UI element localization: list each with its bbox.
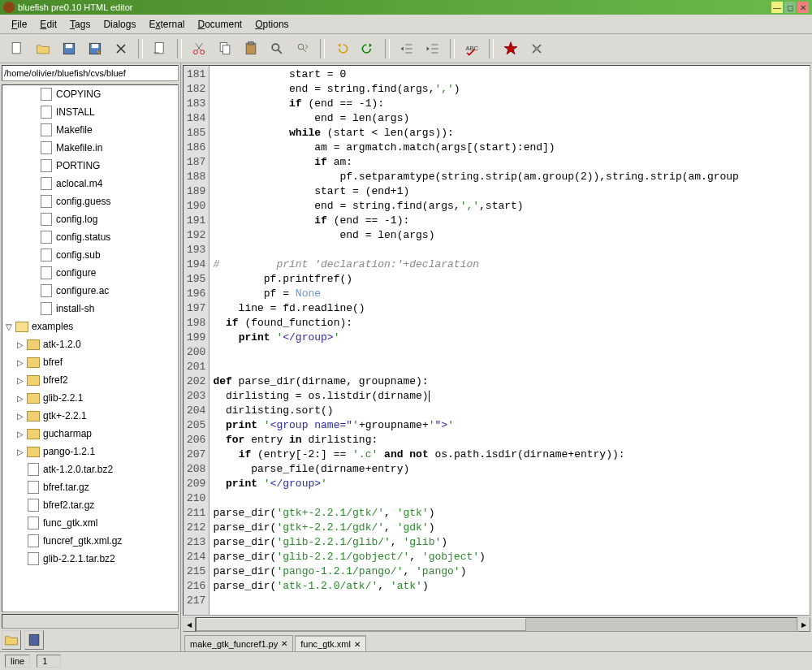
- sidebar-tab-files-button[interactable]: [2, 630, 21, 650]
- path-input[interactable]: [2, 65, 179, 81]
- save-button[interactable]: [57, 37, 81, 61]
- tree-item[interactable]: install-sh: [2, 300, 178, 318]
- file-icon: [27, 481, 40, 494]
- svg-point-15: [535, 46, 539, 50]
- menu-document[interactable]: Document: [193, 17, 248, 32]
- sidebar-tab-reference-button[interactable]: [24, 630, 44, 650]
- tree-item[interactable]: ▷atk-1.2.0: [2, 335, 178, 353]
- menu-tags[interactable]: Tags: [65, 17, 95, 32]
- open-file-button[interactable]: [31, 37, 55, 61]
- close-file-button[interactable]: [109, 37, 133, 61]
- file-icon: [27, 552, 40, 565]
- tree-item[interactable]: config.log: [2, 210, 178, 228]
- close-button[interactable]: ✕: [797, 2, 809, 13]
- expander-icon[interactable]: ▷: [17, 358, 27, 367]
- editor-area: 1811821831841851861871881891901911921931…: [181, 63, 812, 651]
- maximize-button[interactable]: ◻: [784, 2, 796, 13]
- file-tree[interactable]: COPYINGINSTALLMakefileMakefile.inPORTING…: [2, 84, 179, 612]
- expander-icon[interactable]: ▷: [17, 340, 27, 349]
- menu-options[interactable]: Options: [250, 17, 293, 32]
- unindent-button[interactable]: [395, 37, 419, 61]
- tab-close-icon[interactable]: ✕: [354, 640, 361, 649]
- tree-item[interactable]: funcref_gtk.xml.gz: [2, 532, 178, 550]
- menu-file[interactable]: File: [6, 17, 32, 32]
- tree-item[interactable]: config.guess: [2, 192, 178, 210]
- tree-item[interactable]: bfref2.tar.gz: [2, 496, 178, 514]
- tree-item[interactable]: config.status: [2, 228, 178, 246]
- tree-item[interactable]: ▽examples: [2, 318, 178, 335]
- titlebar[interactable]: bluefish pre0.10 HTML editor — ◻ ✕: [0, 0, 812, 15]
- tree-item[interactable]: glib-2.2.1.tar.bz2: [2, 550, 178, 568]
- code-content[interactable]: start = 0 end = string.find(args,',') if…: [209, 66, 810, 615]
- file-icon: [40, 177, 53, 190]
- tab-close-icon[interactable]: ✕: [281, 639, 287, 648]
- tree-item-label: gtk+-2.2.1: [43, 410, 87, 421]
- tree-item[interactable]: atk-1.2.0.tar.bz2: [2, 460, 178, 478]
- tree-item[interactable]: PORTING: [2, 157, 178, 175]
- menu-edit[interactable]: Edit: [35, 17, 62, 32]
- editor-hscroll[interactable]: ◀ ▶: [183, 617, 810, 632]
- tree-item[interactable]: ▷gucharmap: [2, 425, 178, 443]
- code-editor[interactable]: 1811821831841851861871881891901911921931…: [183, 65, 810, 616]
- scroll-right-button[interactable]: ▶: [797, 617, 810, 632]
- tree-item[interactable]: configure.ac: [2, 282, 178, 300]
- svg-rect-9: [223, 45, 230, 54]
- expander-icon[interactable]: ▷: [17, 394, 27, 403]
- expander-icon[interactable]: ▷: [17, 412, 27, 421]
- preferences-button[interactable]: [525, 37, 549, 61]
- svg-text:ABC: ABC: [466, 44, 479, 51]
- folder-icon: [27, 391, 40, 404]
- file-icon: [40, 284, 53, 297]
- replace-button[interactable]: [291, 37, 315, 61]
- tree-item-label: bfref2.tar.gz: [43, 499, 94, 511]
- file-tab[interactable]: func_gtk.xml✕: [295, 635, 366, 651]
- bookmark-button[interactable]: [499, 37, 523, 61]
- folder-icon: [27, 374, 40, 387]
- menu-external[interactable]: External: [144, 17, 189, 32]
- tree-item[interactable]: config.sub: [2, 246, 178, 264]
- tree-item[interactable]: Makefile: [2, 121, 178, 139]
- tree-item-label: configure.ac: [56, 285, 109, 296]
- scroll-track[interactable]: [196, 617, 797, 632]
- file-tab[interactable]: make_gtk_funcref1.py✕: [184, 635, 293, 651]
- tree-item[interactable]: ▷pango-1.2.1: [2, 443, 178, 460]
- redo-button[interactable]: [356, 37, 380, 61]
- expander-icon[interactable]: ▷: [17, 376, 27, 385]
- svg-rect-5: [155, 42, 163, 53]
- menubar: FileEditTagsDialogsExternalDocumentOptio…: [0, 15, 812, 34]
- copy-button[interactable]: [213, 37, 237, 61]
- tree-item[interactable]: Makefile.in: [2, 139, 178, 157]
- tree-item[interactable]: ▷gtk+-2.2.1: [2, 407, 178, 425]
- save-as-button[interactable]: [83, 37, 107, 61]
- tree-item[interactable]: bfref.tar.gz: [2, 478, 178, 496]
- spellcheck-button[interactable]: ABC: [460, 37, 484, 61]
- expander-icon[interactable]: ▷: [17, 430, 27, 439]
- minimize-button[interactable]: —: [771, 2, 783, 13]
- tree-item[interactable]: aclocal.m4: [2, 175, 178, 192]
- sidebar-hscroll[interactable]: [2, 614, 179, 629]
- tree-item[interactable]: configure: [2, 264, 178, 282]
- undo-button[interactable]: [330, 37, 354, 61]
- toggle-something-button[interactable]: [148, 37, 172, 61]
- file-icon: [40, 123, 53, 136]
- tree-item[interactable]: INSTALL: [2, 103, 178, 121]
- expander-icon[interactable]: ▽: [6, 322, 15, 331]
- tree-item[interactable]: ▷bfref: [2, 353, 178, 371]
- cut-button[interactable]: [187, 37, 211, 61]
- scroll-left-button[interactable]: ◀: [183, 617, 196, 632]
- tree-item-label: config.sub: [56, 249, 101, 261]
- new-file-button[interactable]: [5, 37, 29, 61]
- indent-button[interactable]: [421, 37, 445, 61]
- tree-item[interactable]: ▷glib-2.2.1: [2, 389, 178, 407]
- tree-item[interactable]: func_gtk.xml: [2, 514, 178, 532]
- paste-button[interactable]: [239, 37, 263, 61]
- find-button[interactable]: [265, 37, 289, 61]
- expander-icon[interactable]: ▷: [17, 447, 27, 456]
- tabbar: make_gtk_funcref1.py✕func_gtk.xml✕: [181, 632, 812, 651]
- menu-dialogs[interactable]: Dialogs: [98, 17, 140, 32]
- folder-icon: [15, 320, 28, 333]
- tree-item[interactable]: ▷bfref2: [2, 371, 178, 389]
- tree-item[interactable]: COPYING: [2, 85, 178, 103]
- tree-item-label: gucharmap: [43, 428, 92, 439]
- scroll-thumb[interactable]: [197, 618, 526, 631]
